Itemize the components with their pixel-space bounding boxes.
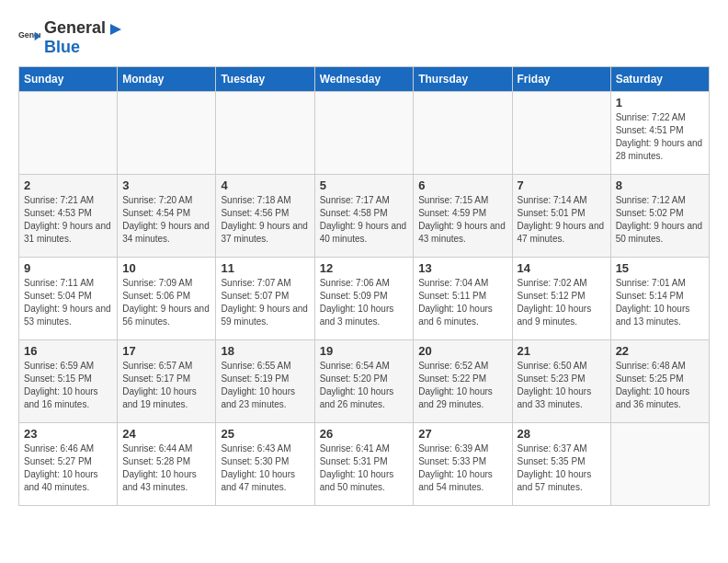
calendar-cell: 12Sunrise: 7:06 AM Sunset: 5:09 PM Dayli… <box>314 258 414 340</box>
header: General General Blue <box>18 18 710 57</box>
day-number: 27 <box>418 427 506 441</box>
calendar-week-row: 1Sunrise: 7:22 AM Sunset: 4:51 PM Daylig… <box>19 92 710 175</box>
day-number: 5 <box>320 178 409 192</box>
logo-blue-text: Blue <box>44 38 80 56</box>
calendar-cell: 2Sunrise: 7:21 AM Sunset: 4:53 PM Daylig… <box>19 175 118 258</box>
calendar-week-row: 16Sunrise: 6:59 AM Sunset: 5:15 PM Dayli… <box>19 340 710 423</box>
calendar-cell <box>118 92 216 175</box>
calendar-cell: 17Sunrise: 6:57 AM Sunset: 5:17 PM Dayli… <box>118 340 216 423</box>
day-number: 3 <box>122 178 210 192</box>
day-info: Sunrise: 7:01 AM Sunset: 5:14 PM Dayligh… <box>616 277 704 328</box>
day-number: 19 <box>320 344 409 358</box>
day-info: Sunrise: 6:50 AM Sunset: 5:23 PM Dayligh… <box>518 360 606 411</box>
day-info: Sunrise: 6:48 AM Sunset: 5:25 PM Dayligh… <box>616 360 704 411</box>
day-number: 14 <box>518 261 606 275</box>
day-info: Sunrise: 7:15 AM Sunset: 4:59 PM Dayligh… <box>418 194 506 246</box>
day-number: 11 <box>221 261 309 275</box>
day-number: 26 <box>320 427 409 441</box>
calendar-cell: 21Sunrise: 6:50 AM Sunset: 5:23 PM Dayli… <box>512 340 610 423</box>
day-info: Sunrise: 6:41 AM Sunset: 5:31 PM Dayligh… <box>320 442 409 494</box>
calendar-cell <box>216 92 314 175</box>
calendar-cell: 25Sunrise: 6:43 AM Sunset: 5:30 PM Dayli… <box>216 423 314 506</box>
day-info: Sunrise: 6:57 AM Sunset: 5:17 PM Dayligh… <box>122 360 210 411</box>
calendar-cell: 5Sunrise: 7:17 AM Sunset: 4:58 PM Daylig… <box>314 175 414 258</box>
calendar-cell <box>314 92 414 175</box>
logo-arrow-icon <box>107 21 123 38</box>
day-info: Sunrise: 6:43 AM Sunset: 5:30 PM Dayligh… <box>221 442 309 494</box>
day-info: Sunrise: 6:46 AM Sunset: 5:27 PM Dayligh… <box>24 442 112 494</box>
day-number: 12 <box>320 261 409 275</box>
calendar-cell: 14Sunrise: 7:02 AM Sunset: 5:12 PM Dayli… <box>512 258 610 340</box>
day-number: 23 <box>24 427 112 441</box>
calendar-cell: 9Sunrise: 7:11 AM Sunset: 5:04 PM Daylig… <box>19 258 118 340</box>
calendar-cell <box>512 92 610 175</box>
day-info: Sunrise: 7:17 AM Sunset: 4:58 PM Dayligh… <box>320 194 409 246</box>
day-info: Sunrise: 7:04 AM Sunset: 5:11 PM Dayligh… <box>418 277 506 328</box>
calendar-cell: 20Sunrise: 6:52 AM Sunset: 5:22 PM Dayli… <box>414 340 512 423</box>
calendar-cell: 19Sunrise: 6:54 AM Sunset: 5:20 PM Dayli… <box>314 340 414 423</box>
day-number: 13 <box>418 261 506 275</box>
svg-marker-2 <box>110 24 121 35</box>
calendar-cell: 7Sunrise: 7:14 AM Sunset: 5:01 PM Daylig… <box>512 175 610 258</box>
calendar-cell: 15Sunrise: 7:01 AM Sunset: 5:14 PM Dayli… <box>610 258 709 340</box>
day-number: 17 <box>122 344 210 358</box>
day-number: 16 <box>24 344 112 358</box>
day-number: 10 <box>122 261 210 275</box>
logo: General General Blue <box>18 18 124 57</box>
generalblue-logo-icon: General <box>18 29 40 47</box>
day-info: Sunrise: 7:02 AM Sunset: 5:12 PM Dayligh… <box>518 277 606 328</box>
calendar-table: SundayMondayTuesdayWednesdayThursdayFrid… <box>18 66 710 506</box>
calendar-cell: 28Sunrise: 6:37 AM Sunset: 5:35 PM Dayli… <box>512 423 610 506</box>
calendar-cell <box>414 92 512 175</box>
calendar-week-row: 23Sunrise: 6:46 AM Sunset: 5:27 PM Dayli… <box>19 423 710 506</box>
day-number: 20 <box>418 344 506 358</box>
day-number: 1 <box>616 96 704 109</box>
day-info: Sunrise: 6:37 AM Sunset: 5:35 PM Dayligh… <box>518 442 606 494</box>
day-number: 2 <box>24 178 112 192</box>
weekday-header-wednesday: Wednesday <box>314 67 414 92</box>
day-number: 24 <box>122 427 210 441</box>
calendar-cell: 11Sunrise: 7:07 AM Sunset: 5:07 PM Dayli… <box>216 258 314 340</box>
day-info: Sunrise: 7:18 AM Sunset: 4:56 PM Dayligh… <box>221 194 309 246</box>
calendar-cell: 13Sunrise: 7:04 AM Sunset: 5:11 PM Dayli… <box>414 258 512 340</box>
calendar-cell: 23Sunrise: 6:46 AM Sunset: 5:27 PM Dayli… <box>19 423 118 506</box>
weekday-header-friday: Friday <box>512 67 610 92</box>
calendar-cell: 27Sunrise: 6:39 AM Sunset: 5:33 PM Dayli… <box>414 423 512 506</box>
day-number: 9 <box>24 261 112 275</box>
day-info: Sunrise: 7:21 AM Sunset: 4:53 PM Dayligh… <box>24 194 112 246</box>
day-info: Sunrise: 6:55 AM Sunset: 5:19 PM Dayligh… <box>221 360 309 411</box>
weekday-header-thursday: Thursday <box>414 67 512 92</box>
weekday-header-monday: Monday <box>118 67 216 92</box>
calendar-cell: 16Sunrise: 6:59 AM Sunset: 5:15 PM Dayli… <box>19 340 118 423</box>
day-info: Sunrise: 7:07 AM Sunset: 5:07 PM Dayligh… <box>221 277 309 328</box>
calendar-cell: 4Sunrise: 7:18 AM Sunset: 4:56 PM Daylig… <box>216 175 314 258</box>
day-info: Sunrise: 7:09 AM Sunset: 5:06 PM Dayligh… <box>122 277 210 328</box>
day-info: Sunrise: 7:22 AM Sunset: 4:51 PM Dayligh… <box>616 111 704 163</box>
calendar-cell: 24Sunrise: 6:44 AM Sunset: 5:28 PM Dayli… <box>118 423 216 506</box>
calendar-week-row: 2Sunrise: 7:21 AM Sunset: 4:53 PM Daylig… <box>19 175 710 258</box>
calendar-cell: 1Sunrise: 7:22 AM Sunset: 4:51 PM Daylig… <box>610 92 709 175</box>
day-info: Sunrise: 6:59 AM Sunset: 5:15 PM Dayligh… <box>24 360 112 411</box>
logo-general-text: General <box>44 18 106 37</box>
calendar-week-row: 9Sunrise: 7:11 AM Sunset: 5:04 PM Daylig… <box>19 258 710 340</box>
day-number: 8 <box>616 178 704 192</box>
day-number: 4 <box>221 178 309 192</box>
weekday-header-sunday: Sunday <box>19 67 118 92</box>
day-info: Sunrise: 7:11 AM Sunset: 5:04 PM Dayligh… <box>24 277 112 328</box>
calendar-cell: 22Sunrise: 6:48 AM Sunset: 5:25 PM Dayli… <box>610 340 709 423</box>
weekday-header-tuesday: Tuesday <box>216 67 314 92</box>
day-info: Sunrise: 6:52 AM Sunset: 5:22 PM Dayligh… <box>418 360 506 411</box>
day-info: Sunrise: 7:06 AM Sunset: 5:09 PM Dayligh… <box>320 277 409 328</box>
calendar-cell: 6Sunrise: 7:15 AM Sunset: 4:59 PM Daylig… <box>414 175 512 258</box>
day-number: 22 <box>616 344 704 358</box>
day-number: 15 <box>616 261 704 275</box>
day-number: 21 <box>518 344 606 358</box>
day-number: 7 <box>518 178 606 192</box>
day-info: Sunrise: 6:39 AM Sunset: 5:33 PM Dayligh… <box>418 442 506 494</box>
calendar-cell: 10Sunrise: 7:09 AM Sunset: 5:06 PM Dayli… <box>118 258 216 340</box>
calendar-cell: 3Sunrise: 7:20 AM Sunset: 4:54 PM Daylig… <box>118 175 216 258</box>
day-number: 28 <box>518 427 606 441</box>
day-info: Sunrise: 7:14 AM Sunset: 5:01 PM Dayligh… <box>518 194 606 246</box>
calendar-cell: 8Sunrise: 7:12 AM Sunset: 5:02 PM Daylig… <box>610 175 709 258</box>
day-info: Sunrise: 7:12 AM Sunset: 5:02 PM Dayligh… <box>616 194 704 246</box>
